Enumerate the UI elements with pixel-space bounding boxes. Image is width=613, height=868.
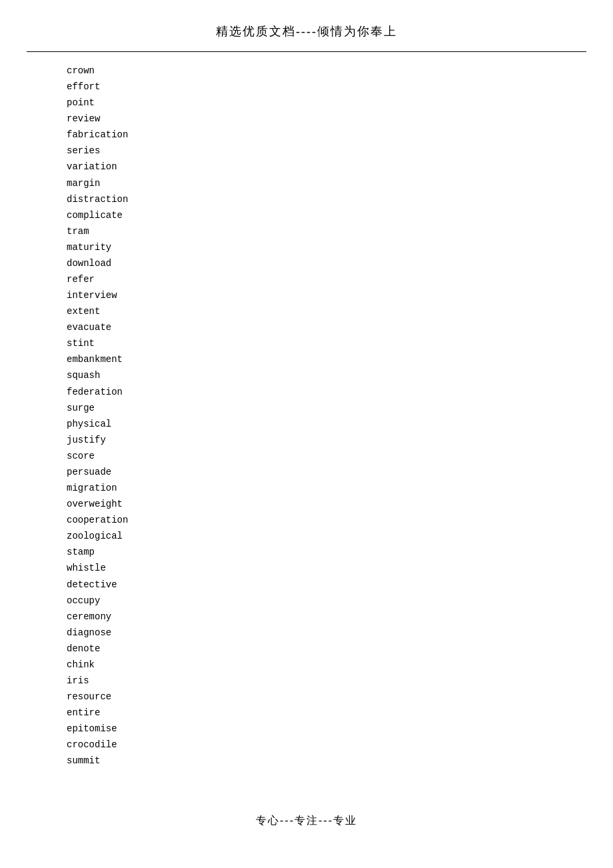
- list-item: chink: [67, 657, 586, 673]
- list-item: effort: [67, 79, 586, 95]
- list-item: epitomise: [67, 721, 586, 737]
- list-item: extent: [67, 303, 586, 319]
- list-item: maturity: [67, 239, 586, 255]
- word-list: crowneffortpointreviewfabricationseriesv…: [27, 63, 586, 801]
- list-item: tram: [67, 223, 586, 239]
- list-item: summit: [67, 753, 586, 769]
- list-item: denote: [67, 641, 586, 657]
- list-item: embankment: [67, 351, 586, 367]
- list-item: point: [67, 95, 586, 111]
- list-item: zoological: [67, 528, 586, 544]
- list-item: occupy: [67, 593, 586, 609]
- list-item: physical: [67, 416, 586, 432]
- list-item: migration: [67, 480, 586, 496]
- list-item: ceremony: [67, 609, 586, 625]
- list-item: overweight: [67, 496, 586, 512]
- list-item: surge: [67, 400, 586, 416]
- footer-text: 专心---专注---专业: [256, 815, 357, 826]
- header-divider: [27, 51, 586, 52]
- list-item: squash: [67, 367, 586, 383]
- list-item: justify: [67, 432, 586, 448]
- list-item: stint: [67, 335, 586, 351]
- list-item: resource: [67, 689, 586, 705]
- list-item: review: [67, 111, 586, 127]
- list-item: evacuate: [67, 319, 586, 335]
- page-container: 精选优质文档----倾情为你奉上 crowneffortpointreviewf…: [0, 0, 613, 868]
- list-item: crocodile: [67, 737, 586, 753]
- list-item: fabrication: [67, 127, 586, 143]
- header-section: 精选优质文档----倾情为你奉上: [27, 13, 586, 45]
- footer-section: 专心---专注---专业: [27, 801, 586, 841]
- list-item: cooperation: [67, 512, 586, 528]
- list-item: complicate: [67, 207, 586, 223]
- list-item: margin: [67, 175, 586, 191]
- list-item: entire: [67, 705, 586, 721]
- list-item: persuade: [67, 464, 586, 480]
- list-item: crown: [67, 63, 586, 79]
- list-item: score: [67, 448, 586, 464]
- list-item: iris: [67, 673, 586, 689]
- page-title: 精选优质文档----倾情为你奉上: [27, 23, 586, 39]
- list-item: whistle: [67, 560, 586, 576]
- list-item: federation: [67, 384, 586, 400]
- list-item: interview: [67, 287, 586, 303]
- list-item: download: [67, 255, 586, 271]
- list-item: diagnose: [67, 625, 586, 641]
- list-item: refer: [67, 271, 586, 287]
- list-item: variation: [67, 159, 586, 175]
- list-item: series: [67, 143, 586, 159]
- list-item: distraction: [67, 191, 586, 207]
- list-item: stamp: [67, 544, 586, 560]
- list-item: detective: [67, 577, 586, 593]
